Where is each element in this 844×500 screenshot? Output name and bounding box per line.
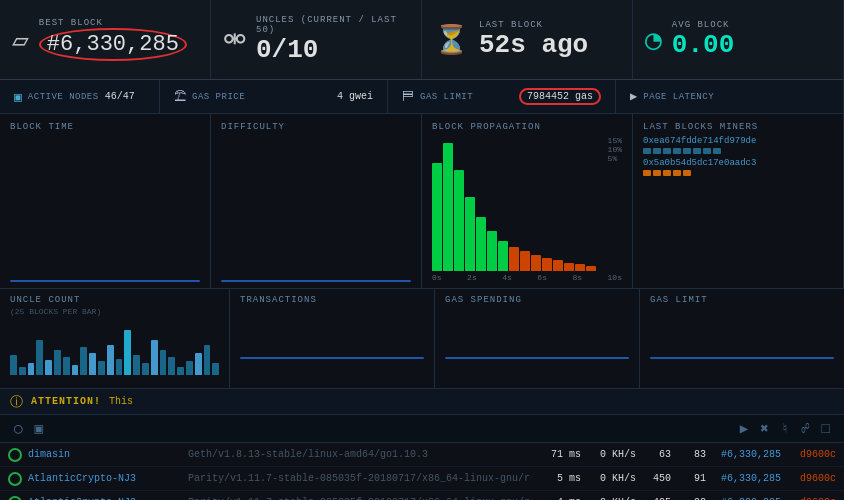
- uncle-bar: [45, 360, 52, 375]
- uncle-bar: [54, 350, 61, 375]
- uncle-bar: [10, 355, 17, 375]
- miner-block: [643, 170, 651, 176]
- uncles-value: 0/10: [256, 35, 409, 65]
- row-block-hash: d9600c: [781, 473, 836, 484]
- bp-bar: [564, 263, 574, 271]
- table-row: AtlanticCrypto-NJ3 Parity/v1.11.7-stable…: [0, 467, 844, 491]
- transactions-title: TRANSACTIONS: [240, 295, 424, 305]
- warning-icon: ⓘ: [10, 393, 23, 411]
- block-propagation-cell: BLOCK PROPAGATION 15% 10% 5% 0s 2s 4s 6s…: [422, 114, 633, 288]
- bp-bar: [509, 247, 519, 271]
- bp-bar: [553, 260, 563, 271]
- gas-limit-icon: ⛿: [402, 89, 414, 104]
- row-node-name[interactable]: dimasin: [28, 449, 188, 460]
- bp-bar: [542, 258, 552, 272]
- th-icon-7: □: [816, 421, 836, 437]
- bp-labels: 0s 2s 4s 6s 8s 10s: [432, 273, 622, 282]
- best-block-label: BEST BLOCK: [39, 18, 187, 28]
- gas-limit-item: ⛿ GAS LIMIT 7984452 gas: [388, 80, 616, 113]
- miner-row: 0xea674fdde714fd979de: [643, 136, 833, 154]
- uncle-bar: [124, 330, 131, 375]
- bp-bar: [443, 143, 453, 271]
- last-block-value: 52s ago: [479, 30, 588, 60]
- uncle-bar: [177, 367, 184, 375]
- active-nodes-item: ▣ ACTIVE NODES 46/47: [0, 80, 160, 113]
- attention-label: ATTENTION!: [31, 396, 101, 407]
- last-block-label: LAST BLOCK: [479, 20, 588, 30]
- gas-limit-value: 7984452 gas: [519, 88, 601, 105]
- table-row: dimasin Geth/v1.8.13-stable/linux-amd64/…: [0, 443, 844, 467]
- cube-icon: ▱: [12, 23, 29, 57]
- difficulty-line: [221, 280, 411, 282]
- miner-block: [653, 170, 661, 176]
- uncle-bar: [72, 365, 79, 375]
- uncle-bar: [151, 340, 158, 375]
- bp-bar: [487, 231, 497, 272]
- bp-bar: [476, 217, 486, 271]
- gas-price-label: GAS PRICE: [192, 92, 245, 102]
- uncle-bar: [89, 353, 96, 375]
- gas-limit-cell-title: GAS LIMIT: [650, 295, 834, 305]
- attention-bar: ⓘ ATTENTION! This: [0, 389, 844, 415]
- miner-blocks: [643, 170, 833, 176]
- uncle-bar: [80, 347, 87, 375]
- th-icon-2: ▣: [28, 420, 48, 437]
- miner-block: [713, 148, 721, 154]
- gas-limit-line: [650, 357, 834, 359]
- bp-bar: [531, 255, 541, 271]
- best-block-stat: ▱ BEST BLOCK #6,330,285: [0, 0, 211, 79]
- miner-block: [683, 148, 691, 154]
- th-icon-4: ✖: [754, 420, 774, 437]
- block-time-line: [10, 280, 200, 282]
- row-bandwidth: 0 KH/s: [581, 449, 636, 460]
- th-icon-5: ♮: [775, 420, 795, 437]
- difficulty-chart: [221, 136, 411, 282]
- last-blocks-miners-cell: LAST BLOCKS MINERS 0xea674fdde714fd979de…: [633, 114, 844, 288]
- gas-spending-chart: [445, 309, 629, 359]
- row-block-number: #6,330,285: [706, 473, 781, 484]
- row-bandwidth: 0 KH/s: [581, 473, 636, 484]
- row-node-name[interactable]: AtlanticCrypto-NJ3: [28, 473, 188, 484]
- uncle-bar: [195, 353, 202, 375]
- uncles-label: UNCLES (CURRENT / LAST 50): [256, 15, 409, 35]
- main-grid: BLOCK TIME DIFFICULTY BLOCK PROPAGATION …: [0, 114, 844, 289]
- bp-chart: [432, 136, 622, 271]
- bp-bar: [498, 241, 508, 271]
- row-peers: 63: [636, 449, 671, 460]
- row-latency: 5 ms: [531, 473, 581, 484]
- uncles-content: UNCLES (CURRENT / LAST 50) 0/10: [256, 15, 409, 65]
- second-bar: ▣ ACTIVE NODES 46/47 ⛱ GAS PRICE 4 gwei …: [0, 80, 844, 114]
- transactions-chart: [240, 309, 424, 359]
- th-icon-6: ☍: [795, 420, 815, 437]
- uncle-bar: [107, 345, 114, 375]
- uncles-icon: ⚮: [223, 23, 246, 57]
- miners-list: 0xea674fdde714fd979de0x5a0b54d5dc17e0aad…: [643, 136, 833, 176]
- uncle-count-cell: UNCLE COUNT (25 BLOCKS PER BAR): [0, 289, 230, 388]
- second-grid: UNCLE COUNT (25 BLOCKS PER BAR) TRANSACT…: [0, 289, 844, 389]
- difficulty-cell: DIFFICULTY: [211, 114, 422, 288]
- table-header: ◯ ▣ ▶ ✖ ♮ ☍ □: [0, 415, 844, 443]
- miner-block: [663, 148, 671, 154]
- row-status-indicator: [8, 496, 22, 501]
- monitor-icon: ▣: [14, 89, 22, 105]
- block-time-title: BLOCK TIME: [10, 122, 200, 132]
- block-time-cell: BLOCK TIME: [0, 114, 211, 288]
- bp-chart-container: 15% 10% 5% 0s 2s 4s 6s 8s 10s: [432, 136, 622, 282]
- th-icon-3: ▶: [734, 420, 754, 437]
- miner-block: [693, 148, 701, 154]
- miner-address: 0xea674fdde714fd979de: [643, 136, 833, 146]
- uncle-bar: [160, 350, 167, 375]
- row-status-indicator: [8, 448, 22, 462]
- miner-block: [683, 170, 691, 176]
- gas-price-item: ⛱ GAS PRICE 4 gwei: [160, 80, 388, 113]
- last-blocks-miners-title: LAST BLOCKS MINERS: [643, 122, 833, 132]
- miner-row: 0x5a0b54d5dc17e0aadc3: [643, 158, 833, 176]
- block-propagation-title: BLOCK PROPAGATION: [432, 122, 622, 132]
- uncle-count-title: UNCLE COUNT: [10, 295, 219, 305]
- avg-block-content: AVG BLOCK 0.00: [672, 20, 734, 60]
- uncle-bar: [133, 355, 140, 375]
- avg-block-value: 0.00: [672, 30, 734, 60]
- row-txns: 83: [671, 449, 706, 460]
- transactions-cell: TRANSACTIONS: [230, 289, 435, 388]
- best-block-value: #6,330,285: [39, 28, 187, 61]
